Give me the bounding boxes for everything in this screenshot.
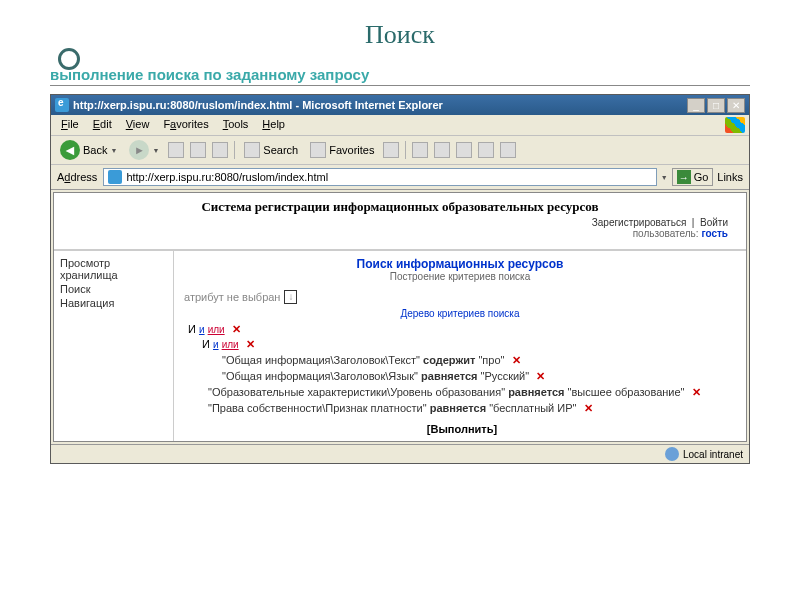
add-or-link[interactable]: или [222, 339, 239, 350]
execute-button[interactable]: [Выполнить] [188, 423, 736, 435]
menu-edit[interactable]: Edit [87, 117, 118, 133]
menu-tools[interactable]: Tools [217, 117, 255, 133]
go-button[interactable]: → Go [672, 168, 714, 186]
favorites-button[interactable]: Favorites [307, 141, 377, 159]
delete-icon[interactable]: ✕ [692, 386, 701, 398]
address-bar: Address http://xerp.ispu.ru:8080/ruslom/… [51, 165, 749, 190]
search-icon [244, 142, 260, 158]
sidebar-item-navigation[interactable]: Навигация [60, 297, 167, 309]
history-icon[interactable] [383, 142, 399, 158]
menu-help[interactable]: Help [256, 117, 291, 133]
criteria-tree-title: Дерево критериев поиска [184, 308, 736, 319]
window-titlebar: http://xerp.ispu.ru:8080/ruslom/index.ht… [51, 95, 749, 115]
menu-file[interactable]: File [55, 117, 85, 133]
sidebar-item-search[interactable]: Поиск [60, 283, 167, 295]
main-panel: Поиск информационных ресурсов Построение… [174, 251, 746, 441]
go-icon: → [677, 170, 691, 184]
status-text: Local intranet [683, 449, 743, 460]
discuss-icon[interactable] [478, 142, 494, 158]
user-label: пользователь: [633, 228, 699, 239]
edit-icon[interactable] [456, 142, 472, 158]
url-text: http://xerp.ispu.ru:8080/ruslom/index.ht… [126, 171, 328, 183]
criterion-row: "Общая информация\Заголовок\Текст" содер… [222, 354, 736, 367]
research-icon[interactable] [500, 142, 516, 158]
delete-icon[interactable]: ✕ [584, 402, 593, 414]
intranet-icon [665, 447, 679, 461]
criterion-row: "Общая информация\Заголовок\Язык" равняе… [222, 370, 736, 383]
address-input[interactable]: http://xerp.ispu.ru:8080/ruslom/index.ht… [103, 168, 656, 186]
sidebar: Просмотр хранилища Поиск Навигация [54, 251, 174, 441]
attribute-selector[interactable]: атрибут не выбран ↓ [184, 290, 736, 304]
delete-icon[interactable]: ✕ [512, 354, 521, 366]
page-icon [108, 170, 122, 184]
menu-view[interactable]: View [120, 117, 156, 133]
slide-subtitle: выполнение поиска по заданному запросу [50, 66, 750, 86]
chevron-down-icon: ▼ [110, 147, 117, 154]
criterion-row: "Права собственности\Признак платности" … [208, 402, 736, 415]
links-label[interactable]: Links [717, 171, 743, 183]
ie-icon [55, 98, 69, 112]
delete-icon[interactable]: ✕ [246, 338, 255, 350]
menu-favorites[interactable]: Favorites [157, 117, 214, 133]
login-link[interactable]: Войти [700, 217, 728, 228]
delete-icon[interactable]: ✕ [536, 370, 545, 382]
windows-logo-icon [725, 117, 745, 133]
back-button[interactable]: ◄ Back ▼ [57, 139, 120, 161]
refresh-icon[interactable] [190, 142, 206, 158]
mail-icon[interactable] [412, 142, 428, 158]
maximize-button[interactable]: □ [707, 98, 725, 113]
separator [405, 141, 406, 159]
user-value: гость [701, 228, 728, 239]
chevron-down-icon[interactable]: ▼ [661, 174, 668, 181]
home-icon[interactable] [212, 142, 228, 158]
and-operator: И [202, 338, 210, 350]
stop-icon[interactable] [168, 142, 184, 158]
system-title: Система регистрации информационных образ… [60, 199, 740, 215]
register-link[interactable]: Зарегистрироваться [592, 217, 687, 228]
criterion-row: "Образовательные характеристики\Уровень … [208, 386, 736, 399]
minimize-button[interactable]: _ [687, 98, 705, 113]
back-icon: ◄ [60, 140, 80, 160]
chevron-down-icon: ▼ [152, 147, 159, 154]
browser-window: http://xerp.ispu.ru:8080/ruslom/index.ht… [50, 94, 750, 464]
forward-button[interactable]: ► ▼ [126, 139, 162, 161]
page-header: Система регистрации информационных образ… [54, 193, 746, 250]
page-content: Система регистрации информационных образ… [53, 192, 747, 442]
dropdown-icon: ↓ [284, 290, 297, 304]
add-and-link[interactable]: и [213, 339, 219, 350]
sidebar-item-storage[interactable]: Просмотр хранилища [60, 257, 167, 281]
and-operator: И [188, 323, 196, 335]
delete-icon[interactable]: ✕ [232, 323, 241, 335]
slide-title: Поиск [50, 20, 750, 50]
forward-icon: ► [129, 140, 149, 160]
star-icon [310, 142, 326, 158]
search-title: Поиск информационных ресурсов [184, 257, 736, 271]
add-and-link[interactable]: и [199, 324, 205, 335]
separator [234, 141, 235, 159]
criteria-tree: И и или ✕ И и или ✕ "Общая информац [184, 323, 736, 435]
search-button[interactable]: Search [241, 141, 301, 159]
status-bar: Local intranet [51, 444, 749, 463]
add-or-link[interactable]: или [208, 324, 225, 335]
window-title: http://xerp.ispu.ru:8080/ruslom/index.ht… [73, 99, 687, 111]
toolbar: ◄ Back ▼ ► ▼ Search Favorites [51, 136, 749, 165]
print-icon[interactable] [434, 142, 450, 158]
bullet-icon [58, 48, 80, 70]
close-button[interactable]: ✕ [727, 98, 745, 113]
menu-bar: File Edit View Favorites Tools Help [51, 115, 749, 136]
address-label: Address [57, 171, 97, 183]
search-subtitle: Построение критериев поиска [184, 271, 736, 282]
